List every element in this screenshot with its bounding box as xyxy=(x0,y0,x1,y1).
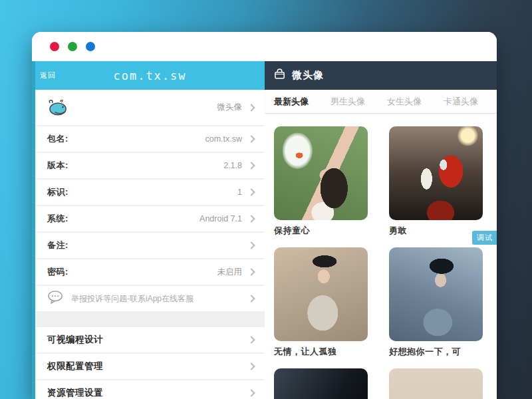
main-panels: 返回 com.tx.sw 微头像 xyxy=(32,61,497,399)
row-value: Android 7.1 xyxy=(200,214,249,223)
app-preview-panel: 微头像 最新头像 男生头像 女生头像 卡通头像 保持童心 勇敢 xyxy=(265,61,497,399)
avatar-grid: 保持童心 勇敢 无情，让人孤独 好想抱你一下，可 xyxy=(265,114,497,399)
nav-permissions-row[interactable]: 权限配置管理 xyxy=(35,354,265,379)
tab-cartoon-avatars[interactable]: 卡通头像 xyxy=(444,96,478,108)
avatar-caption: 勇敢 xyxy=(389,225,483,237)
chevron-right-icon xyxy=(247,241,255,249)
chevron-right-icon xyxy=(247,215,255,222)
chevron-right-icon xyxy=(247,188,255,196)
avatar-caption: 无情，让人孤独 xyxy=(274,346,368,358)
avatar-card[interactable]: 勇敢 xyxy=(389,126,483,237)
remark-row[interactable]: 备注: xyxy=(35,233,265,258)
chevron-right-icon xyxy=(247,104,255,111)
avatar-card[interactable] xyxy=(389,368,483,399)
chevron-right-icon xyxy=(247,135,255,142)
back-button[interactable]: 返回 xyxy=(40,70,56,80)
whale-logo-icon xyxy=(47,98,70,117)
debug-badge[interactable]: 调试 xyxy=(472,231,497,245)
window-titlebar xyxy=(32,32,497,61)
password-row[interactable]: 密码: 未启用 xyxy=(35,259,265,285)
avatar-card[interactable]: 保持童心 xyxy=(274,126,368,237)
category-tabbar: 最新头像 男生头像 女生头像 卡通头像 xyxy=(265,90,497,114)
maximize-window-dot[interactable] xyxy=(86,42,95,51)
avatar-photo-spiderman[interactable] xyxy=(389,126,483,220)
app-name-row[interactable]: 微头像 xyxy=(35,90,265,125)
avatar-photo-boy-blue[interactable] xyxy=(389,247,483,341)
preview-title: 微头像 xyxy=(292,69,324,82)
nav-visual-design-row[interactable]: 可视编程设计 xyxy=(35,327,265,352)
chat-bubble-icon xyxy=(47,290,65,307)
build-id-row[interactable]: 标识: 1 xyxy=(35,180,265,205)
tab-latest-avatars[interactable]: 最新头像 xyxy=(274,96,309,108)
chevron-right-icon xyxy=(247,295,255,302)
avatar-photo-dark-cap[interactable] xyxy=(274,368,368,399)
row-label: 标识: xyxy=(47,186,68,198)
chevron-right-icon xyxy=(247,336,255,343)
left-panel-header: 返回 com.tx.sw xyxy=(32,61,265,90)
preview-header: 微头像 xyxy=(265,61,497,90)
nav-label: 可视编程设计 xyxy=(47,334,103,346)
support-label: 举报投诉等问题-联系iApp在线客服 xyxy=(71,293,194,305)
settings-rows: 微头像 包名: com.tx.sw 版本: 2.1.8 标识: 1 xyxy=(32,90,265,399)
section-gap xyxy=(35,313,265,327)
package-name-row[interactable]: 包名: com.tx.sw xyxy=(35,126,265,152)
avatar-photo-cream-yellow[interactable] xyxy=(389,368,483,399)
system-row[interactable]: 系统: Android 7.1 xyxy=(35,206,265,231)
avatar-caption: 好想抱你一下，可 xyxy=(389,346,483,358)
support-row[interactable]: 举报投诉等问题-联系iApp在线客服 xyxy=(35,286,265,311)
chevron-right-icon xyxy=(247,268,255,275)
project-settings-panel: 返回 com.tx.sw 微头像 xyxy=(32,61,265,399)
app-window: 返回 com.tx.sw 微头像 xyxy=(32,32,497,399)
avatar-card[interactable] xyxy=(274,368,368,399)
close-window-dot[interactable] xyxy=(50,42,59,51)
row-label: 密码: xyxy=(47,266,68,278)
row-label: 版本: xyxy=(47,160,68,172)
avatar-card[interactable]: 无情，让人孤独 xyxy=(274,247,368,358)
minimize-window-dot[interactable] xyxy=(68,42,77,51)
nav-label: 权限配置管理 xyxy=(47,360,103,372)
avatar-photo-girl-goldfish[interactable] xyxy=(274,126,368,220)
app-name-value: 微头像 xyxy=(217,102,249,113)
row-value: com.tx.sw xyxy=(205,134,249,144)
app-bag-icon xyxy=(273,68,286,83)
chevron-right-icon xyxy=(247,362,255,370)
left-edge-strip xyxy=(32,61,35,399)
row-label: 备注: xyxy=(47,239,68,251)
avatar-card[interactable]: 好想抱你一下，可 xyxy=(389,247,483,358)
row-value: 2.1.8 xyxy=(223,161,249,170)
row-value: 未启用 xyxy=(217,267,249,278)
row-label: 包名: xyxy=(47,133,68,145)
version-row[interactable]: 版本: 2.1.8 xyxy=(35,153,265,178)
chevron-right-icon xyxy=(247,389,255,396)
avatar-caption: 保持童心 xyxy=(274,225,368,237)
avatar-photo-boy-beret[interactable] xyxy=(274,247,368,341)
tab-girl-avatars[interactable]: 女生头像 xyxy=(387,96,422,108)
tab-boy-avatars[interactable]: 男生头像 xyxy=(331,96,365,108)
nav-resources-row[interactable]: 资源管理设置 xyxy=(35,380,265,399)
nav-label: 资源管理设置 xyxy=(47,387,103,399)
row-label: 系统: xyxy=(47,213,68,225)
chevron-right-icon xyxy=(247,162,255,169)
package-title: com.tx.sw xyxy=(113,69,186,82)
